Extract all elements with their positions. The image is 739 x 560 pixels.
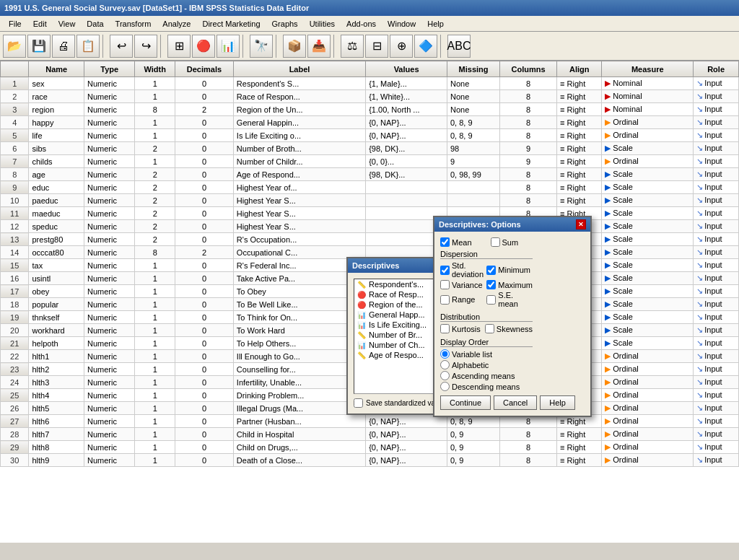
find-button[interactable]: 🔴: [192, 35, 215, 58]
cell-name[interactable]: life: [29, 129, 84, 142]
menu-addons[interactable]: Add-ons: [341, 18, 382, 30]
col-header-name[interactable]: Name: [29, 61, 84, 77]
toolbar-sep-1: [102, 35, 107, 58]
cell-name[interactable]: childs: [29, 155, 84, 168]
menu-view[interactable]: View: [53, 18, 82, 30]
binoculars-button[interactable]: 🔭: [250, 35, 273, 58]
variance-checkbox[interactable]: [440, 280, 450, 289]
cell-name[interactable]: maeduc: [29, 207, 84, 220]
cell-name[interactable]: hlth4: [29, 389, 84, 402]
recall-button[interactable]: 📋: [76, 35, 100, 58]
cell-name[interactable]: hlth6: [29, 415, 84, 428]
range-checkbox[interactable]: [440, 295, 450, 305]
col-header-measure[interactable]: Measure: [602, 61, 694, 77]
cell-name[interactable]: hlth1: [29, 350, 84, 363]
cell-name[interactable]: workhard: [29, 324, 84, 337]
skewness-checkbox[interactable]: [485, 324, 494, 333]
menu-graphs[interactable]: Graphs: [266, 18, 304, 30]
menu-edit[interactable]: Edit: [27, 18, 53, 30]
col-header-label[interactable]: Label: [233, 61, 365, 77]
save-standardized-checkbox[interactable]: [354, 398, 363, 408]
scale-button[interactable]: ⚖: [341, 35, 364, 58]
cell-name[interactable]: age: [29, 168, 84, 181]
cell-name[interactable]: prestg80: [29, 233, 84, 246]
cell-name[interactable]: hlth7: [29, 428, 84, 441]
menu-file[interactable]: File: [3, 18, 27, 30]
main-content: Name Type Width Decimals Label Values Mi…: [0, 61, 739, 543]
row-num: 17: [1, 285, 29, 298]
cell-name[interactable]: obey: [29, 285, 84, 298]
open-button[interactable]: 📂: [3, 35, 26, 58]
select-button[interactable]: 🔷: [414, 35, 437, 58]
cell-label: Partner (Husban...: [233, 415, 365, 428]
options-close-button[interactable]: ✕: [576, 219, 586, 229]
menu-transform[interactable]: Transform: [110, 18, 157, 30]
continue-button[interactable]: Continue: [440, 395, 491, 410]
cell-name[interactable]: hlth9: [29, 454, 84, 467]
alphabetic-label: Alphabetic: [452, 361, 489, 369]
save-button[interactable]: 💾: [27, 35, 51, 58]
cell-name[interactable]: educ: [29, 181, 84, 194]
cell-name[interactable]: usintl: [29, 272, 84, 285]
menu-utilities[interactable]: Utilities: [304, 18, 341, 30]
cell-name[interactable]: paeduc: [29, 194, 84, 207]
goto-button[interactable]: ⊞: [167, 35, 191, 58]
descriptives-title-text: Descriptives: [352, 261, 399, 270]
options-cancel-button[interactable]: Cancel: [494, 395, 537, 410]
cell-name[interactable]: helpoth: [29, 337, 84, 350]
menu-analyze[interactable]: Analyze: [157, 18, 196, 30]
options-help-button[interactable]: Help: [540, 395, 575, 410]
ascending-radio[interactable]: [440, 371, 450, 380]
cell-name[interactable]: occcat80: [29, 246, 84, 259]
cell-name[interactable]: hlth3: [29, 376, 84, 389]
cell-name[interactable]: race: [29, 90, 84, 103]
menu-help[interactable]: Help: [421, 18, 450, 30]
toolbar-sep-2: [160, 35, 165, 58]
col-header-columns[interactable]: Columns: [500, 61, 557, 77]
std-dev-checkbox[interactable]: [440, 266, 450, 275]
kurtosis-checkbox[interactable]: [440, 324, 450, 333]
mean-checkbox[interactable]: [440, 237, 450, 247]
se-mean-checkbox[interactable]: [486, 295, 496, 305]
split-button[interactable]: ⊟: [365, 35, 388, 58]
cell-name[interactable]: region: [29, 103, 84, 116]
cell-name[interactable]: happy: [29, 116, 84, 129]
col-header-align[interactable]: Align: [557, 61, 602, 77]
cell-name[interactable]: hlth8: [29, 441, 84, 454]
cell-name[interactable]: sex: [29, 77, 84, 90]
undo-button[interactable]: ↩: [110, 35, 133, 58]
menu-direct-marketing[interactable]: Direct Marketing: [196, 18, 266, 30]
cell-decimals: 0: [175, 415, 234, 428]
menu-window[interactable]: Window: [382, 18, 421, 30]
col-header-width[interactable]: Width: [135, 61, 175, 77]
variable-list-radio[interactable]: [440, 349, 450, 359]
col-header-type[interactable]: Type: [84, 61, 134, 77]
table-row: 8 age Numeric 2 0 Age of Respond... {98,…: [1, 168, 739, 181]
chart-button[interactable]: 📊: [217, 35, 240, 58]
menu-data[interactable]: Data: [81, 18, 109, 30]
cell-name[interactable]: hlth5: [29, 402, 84, 415]
descending-radio[interactable]: [440, 382, 450, 391]
cell-name[interactable]: tax: [29, 259, 84, 272]
cell-name[interactable]: speduc: [29, 220, 84, 233]
maximum-checkbox[interactable]: [486, 280, 496, 289]
cell-columns: 8: [500, 103, 557, 116]
redo-button[interactable]: ↪: [134, 35, 157, 58]
sum-checkbox[interactable]: [491, 237, 500, 247]
cell-name[interactable]: hlth2: [29, 363, 84, 376]
col-header-role[interactable]: Role: [694, 61, 739, 77]
col-header-decimals[interactable]: Decimals: [175, 61, 234, 77]
col-header-missing[interactable]: Missing: [447, 61, 499, 77]
weight-button[interactable]: ⊕: [390, 35, 413, 58]
row-num: 12: [1, 220, 29, 233]
minimum-checkbox[interactable]: [486, 266, 496, 275]
data-button[interactable]: 📦: [283, 35, 306, 58]
cell-name[interactable]: thnkself: [29, 311, 84, 324]
cell-name[interactable]: popular: [29, 298, 84, 311]
alphabetic-radio[interactable]: [440, 360, 450, 369]
col-header-values[interactable]: Values: [366, 61, 447, 77]
spellcheck-button[interactable]: ABC: [447, 35, 471, 58]
print-button[interactable]: 🖨: [52, 35, 75, 58]
cell-name[interactable]: sibs: [29, 142, 84, 155]
variable-button[interactable]: 📥: [307, 35, 331, 58]
